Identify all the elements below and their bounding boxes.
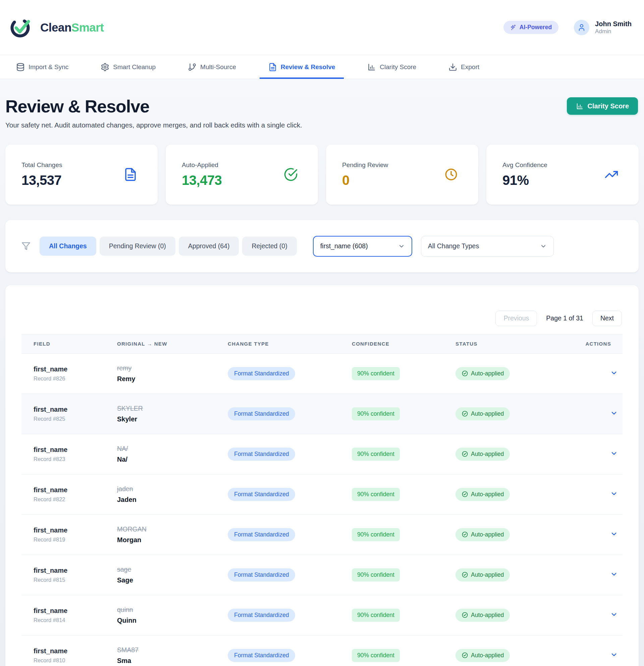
top-bar: CleanSmart AI-Powered John Smith Admin: [0, 0, 644, 55]
filter-pill-pending-review-0[interactable]: Pending Review (0): [100, 236, 175, 256]
circle-check-icon: [462, 531, 468, 538]
expand-row-button[interactable]: [610, 490, 618, 498]
status-badge: Auto-applied: [455, 649, 510, 662]
clarity-score-button[interactable]: Clarity Score: [567, 97, 638, 115]
tab-label: Smart Cleanup: [113, 64, 156, 71]
trending-up-icon: [604, 168, 619, 181]
tab-multi-source[interactable]: Multi-Source: [179, 55, 245, 79]
stat-value: 91%: [502, 173, 548, 188]
stat-label: Pending Review: [342, 161, 388, 169]
change-type-badge: Format Standardized: [228, 488, 295, 501]
confidence-badge: 90% confident: [352, 488, 400, 501]
confidence-badge: 90% confident: [352, 528, 400, 541]
row-new-value: Skyler: [117, 415, 228, 423]
confidence-badge: 90% confident: [352, 448, 400, 461]
page-subtitle: Your safety net. Audit automated changes…: [5, 121, 302, 129]
avatar[interactable]: [574, 20, 589, 35]
row-new-value: Morgan: [117, 536, 228, 544]
chevron-down-icon: [610, 530, 618, 538]
field-filter-select[interactable]: first_name (608): [313, 236, 412, 257]
status-badge: Auto-applied: [455, 448, 510, 461]
row-new-value: Na/: [117, 456, 228, 463]
row-new-value: Sma: [117, 657, 228, 665]
expand-row-button[interactable]: [610, 571, 618, 579]
stat-value: 13,473: [182, 173, 222, 188]
main-nav: Import & Sync Smart Cleanup Multi-Source…: [0, 55, 644, 79]
database-icon: [16, 63, 25, 71]
filter-icon: [21, 242, 31, 251]
page-indicator: Page 1 of 31: [546, 314, 583, 322]
tab-review-resolve[interactable]: Review & Resolve: [260, 55, 344, 79]
expand-row-button[interactable]: [610, 651, 618, 660]
status-badge: Auto-applied: [455, 407, 510, 420]
column-header-original-new: ORIGINAL → NEW: [117, 341, 228, 347]
table-row: first_name Record #810 SMA87 Sma Format …: [21, 635, 623, 666]
stat-card-auto-applied: Auto-Applied 13,473: [166, 145, 318, 205]
user-name: John Smith: [595, 20, 631, 28]
filter-pill-rejected-0[interactable]: Rejected (0): [242, 236, 297, 256]
row-record-id: Record #822: [34, 496, 117, 503]
stat-card-total-changes: Total Changes 13,537: [5, 145, 158, 205]
expand-row-button[interactable]: [610, 369, 618, 378]
circle-check-icon: [462, 612, 468, 618]
tab-label: Import & Sync: [29, 64, 68, 71]
column-header-status: STATUS: [455, 341, 575, 347]
table-row: first_name Record #826 remy Remy Format …: [21, 354, 623, 394]
tab-smart-cleanup[interactable]: Smart Cleanup: [92, 55, 164, 79]
tab-label: Export: [461, 64, 479, 71]
row-field-name: first_name: [34, 486, 117, 494]
filter-pill-all-changes[interactable]: All Changes: [40, 236, 96, 256]
status-badge: Auto-applied: [455, 488, 510, 501]
next-page-button[interactable]: Next: [592, 311, 622, 326]
change-type-badge: Format Standardized: [228, 568, 295, 581]
change-type-filter-select[interactable]: All Change Types: [421, 236, 554, 257]
filter-pill-approved-64[interactable]: Approved (64): [179, 236, 239, 256]
status-badge: Auto-applied: [455, 528, 510, 541]
change-type-badge: Format Standardized: [228, 367, 295, 380]
row-original-value: SMA87: [117, 646, 228, 654]
tab-clarity-score[interactable]: Clarity Score: [359, 55, 425, 79]
row-new-value: Sage: [117, 576, 228, 584]
cleansmart-logo-icon: [10, 17, 32, 38]
table-header-row: FIELD ORIGINAL → NEW CHANGE TYPE CONFIDE…: [21, 334, 623, 354]
change-type-badge: Format Standardized: [228, 609, 295, 622]
table-row: first_name Record #823 NA/ Na/ Format St…: [21, 434, 623, 474]
changes-table-card: Previous Page 1 of 31 Next FIELD ORIGINA…: [5, 285, 639, 666]
stat-value: 0: [342, 173, 388, 188]
confidence-badge: 90% confident: [352, 649, 400, 662]
clock-icon: [444, 168, 458, 181]
row-new-value: Quinn: [117, 617, 228, 625]
status-badge: Auto-applied: [455, 609, 510, 622]
ai-powered-label: AI-Powered: [520, 24, 552, 31]
stat-card-avg-confidence: Avg Confidence 91%: [486, 145, 639, 205]
row-field-name: first_name: [34, 647, 117, 655]
row-original-value: MORGAN: [117, 525, 228, 533]
tab-export[interactable]: Export: [440, 55, 488, 79]
user-icon: [577, 23, 586, 32]
expand-row-button[interactable]: [610, 409, 618, 418]
previous-page-button[interactable]: Previous: [496, 311, 537, 326]
expand-row-button[interactable]: [610, 611, 618, 619]
stat-card-pending-review: Pending Review 0: [326, 145, 478, 205]
row-field-name: first_name: [34, 526, 117, 534]
tab-import-sync[interactable]: Import & Sync: [7, 55, 77, 79]
table-row: first_name Record #814 quinn Quinn Forma…: [21, 595, 623, 635]
sparkles-icon: [510, 24, 517, 31]
confidence-badge: 90% confident: [352, 568, 400, 581]
column-header-change-type: CHANGE TYPE: [228, 341, 352, 347]
row-original-value: remy: [117, 364, 228, 372]
table-row: first_name Record #819 MORGAN Morgan For…: [21, 515, 623, 555]
change-type-badge: Format Standardized: [228, 649, 295, 662]
filter-pills: All Changes Pending Review (0) Approved …: [40, 236, 297, 256]
status-badge: Auto-applied: [455, 367, 510, 380]
user-menu[interactable]: John Smith Admin: [574, 20, 631, 35]
confidence-badge: 90% confident: [352, 367, 400, 380]
chevron-down-icon: [610, 651, 618, 659]
page-header: Review & Resolve Your safety net. Audit …: [0, 79, 644, 129]
stat-label: Avg Confidence: [502, 161, 548, 169]
expand-row-button[interactable]: [610, 530, 618, 539]
expand-row-button[interactable]: [610, 450, 618, 458]
chevron-down-icon: [610, 450, 618, 457]
chevron-down-icon: [610, 611, 618, 618]
row-original-value: NA/: [117, 445, 228, 453]
